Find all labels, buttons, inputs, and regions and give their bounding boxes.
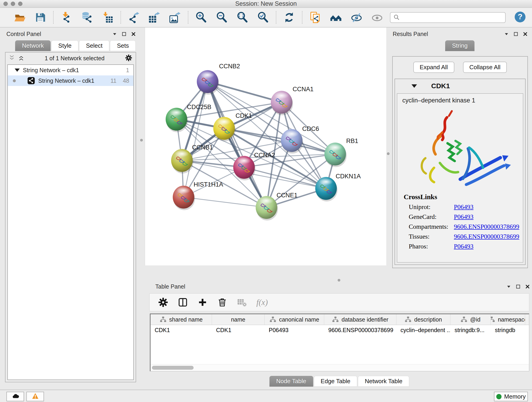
expand-all-networks-icon[interactable] [18,55,24,62]
node-label-CCNB2: CCNB2 [219,63,240,70]
vertical-splitter-handle-right[interactable] [387,153,389,155]
import-table-button[interactable] [101,11,114,24]
table-cell: stringdb [491,325,525,335]
crosslink-link[interactable]: 9606.ENSP00000378699 [454,223,519,230]
crosslink-link[interactable]: P06493 [454,213,474,220]
add-column-icon[interactable] [197,297,208,307]
tab-node-table[interactable]: Node Table [269,376,313,387]
protein-section-header[interactable]: CDK1 [395,79,525,93]
tab-edge-table[interactable]: Edge Table [314,376,357,387]
export-image-button[interactable] [169,11,181,24]
table-row[interactable]: CDK1CDK1P064939606.ENSP00000378699cyclin… [151,325,529,335]
network-node-RB1[interactable]: RB1 [324,138,358,167]
float-window-icon[interactable] [513,32,519,37]
node-label-CCNE1: CCNE1 [277,192,298,199]
column-header-description[interactable]: description [396,314,450,325]
help-button[interactable]: ? [514,11,526,24]
import-network-button[interactable] [60,11,73,24]
caret-down-icon[interactable] [506,284,511,289]
column-header-database-identifier[interactable]: database identifier [324,314,396,325]
memory-label: Memory [504,393,526,400]
zoom-out-button[interactable] [215,11,228,24]
search-input[interactable] [402,14,502,21]
network-node-HIST1H1A[interactable]: HIST1H1A [173,181,223,210]
tree-icon [332,316,339,323]
expand-all-button[interactable]: Expand All [413,62,454,73]
refresh-layout-button[interactable] [283,11,296,24]
houses-button[interactable] [329,11,342,24]
collapse-all-networks-icon[interactable] [9,55,15,62]
search-glass-icon [393,14,400,21]
warning-button[interactable] [26,392,44,401]
columns-icon[interactable] [177,297,188,307]
scrollbar-thumb[interactable] [152,366,194,370]
float-window-icon[interactable] [515,284,521,289]
protein-caret-icon[interactable] [412,84,417,90]
zoom-selected-button[interactable] [257,11,269,24]
houses-icon [330,12,342,23]
column-header-name[interactable]: name [212,314,265,325]
network-list-panel: 1 of 1 Network selected String Network –… [5,52,136,382]
show-all-eye-button[interactable] [371,11,384,24]
open-session-button[interactable] [13,11,26,24]
tab-network[interactable]: Network [15,40,51,51]
network-canvas[interactable]: CCNB2CCNA1CDC25BCDK1CDC6RB1CCNB1CCNA2CDK… [145,27,387,265]
search-box[interactable] [390,12,506,23]
horizontal-splitter-handle[interactable] [338,279,340,281]
memory-button[interactable]: Memory [494,392,528,401]
network-edge[interactable] [184,197,266,207]
collection-caret-icon[interactable] [15,69,20,74]
tab-select[interactable]: Select [79,40,109,51]
network-options-gear-icon[interactable] [125,54,133,63]
zoom-fit-button[interactable] [236,11,249,24]
toolbar-group [188,11,276,24]
crosslink-label: Tissues: [409,233,451,240]
string-results-body: Expand All Collapse All CDK1 cyclin–depe… [392,56,528,268]
clone-network-button[interactable] [309,11,322,24]
network-row[interactable]: String Network – cdk1 11 48 [8,75,133,86]
import-table-icon [102,12,114,23]
network-collection-row[interactable]: String Network – cdk1 1 [8,65,133,75]
crosslink-link[interactable]: 9606.ENSP00000378699 [454,233,519,240]
cloud-button[interactable] [6,392,24,401]
tree-icon [160,316,167,323]
tab-network-table[interactable]: Network Table [358,376,409,387]
tab-style[interactable]: Style [51,40,78,51]
vertical-splitter-handle-left[interactable] [140,139,143,141]
network-node-CCNE1[interactable]: CCNE1 [256,192,298,220]
protein-structure-image [411,105,512,191]
network-node-CCNA1[interactable]: CCNA1 [271,86,314,115]
close-panel-icon[interactable] [525,284,530,289]
caret-down-icon[interactable] [504,32,509,37]
node-table: shared namenamecanonical namedatabase id… [150,313,529,371]
export-network-button[interactable] [127,11,140,24]
column-header-namespace[interactable]: namespace [491,314,525,325]
close-panel-icon[interactable] [523,32,528,37]
network-node-CDKN1A[interactable]: CDKN1A [315,173,361,201]
hide-selected-button[interactable] [350,11,363,24]
table-horizontal-scrollbar[interactable] [151,364,529,371]
tree-icon [405,316,412,323]
network-node-CCNB2[interactable]: CCNB2 [197,63,240,95]
caret-down-icon[interactable] [112,32,117,37]
close-panel-icon[interactable] [131,32,136,37]
gear-icon[interactable] [158,297,168,307]
chev-dbl-up-icon [18,55,24,61]
save-session-button[interactable] [34,11,47,24]
export-table-button[interactable] [148,11,161,24]
tab-sets[interactable]: Sets [110,40,136,51]
crosslink-link[interactable]: P06493 [454,243,474,250]
column-header-canonical-name[interactable]: canonical name [265,314,324,325]
tab-string[interactable]: String [445,40,475,51]
collapse-all-button[interactable]: Collapse All [463,62,507,73]
column-header--id[interactable]: @id [450,314,491,325]
network-edge-count: 48 [123,77,129,84]
import-database-button[interactable] [81,11,94,24]
node-label-CDC6: CDC6 [302,125,319,132]
network-tree: String Network – cdk1 1 String Network –… [7,64,134,380]
column-header-shared-name[interactable]: shared name [151,314,212,325]
zoom-in-button[interactable] [195,11,208,24]
float-window-icon[interactable] [121,32,127,37]
delete-column-icon[interactable] [217,297,228,307]
crosslink-link[interactable]: P06493 [454,203,474,211]
